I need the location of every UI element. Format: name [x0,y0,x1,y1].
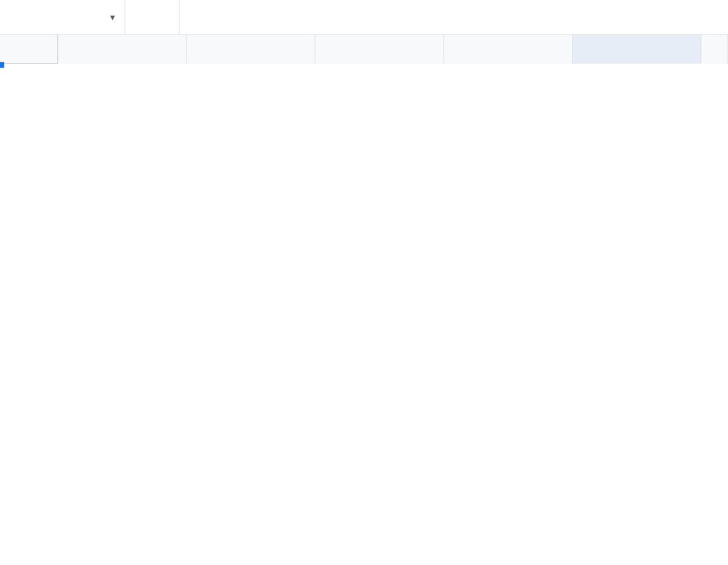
column-header-b[interactable] [187,35,315,64]
cell-selection [0,64,2,66]
column-header-e[interactable] [573,35,701,64]
spreadsheet-app: ▼ [0,0,728,565]
column-header-d[interactable] [444,35,573,64]
fx-button[interactable] [125,0,180,34]
column-header-tail[interactable] [701,35,728,64]
name-box-container[interactable]: ▼ [0,0,125,34]
column-header-a[interactable] [58,35,187,64]
column-header-c[interactable] [315,35,444,64]
column-headers [0,35,728,64]
name-box-input[interactable] [8,9,78,25]
select-all-corner[interactable] [0,35,58,64]
name-box-dropdown-icon[interactable]: ▼ [108,13,117,22]
sheet-grid [0,35,728,64]
formula-bar: ▼ [0,0,728,35]
